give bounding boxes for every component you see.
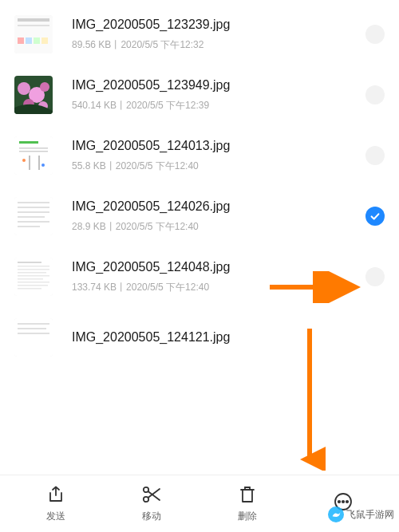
select-circle[interactable]	[365, 85, 385, 104]
svg-rect-29	[18, 262, 41, 263]
file-info: IMG_20200505_124013.jpg 55.8 KB丨2020/5/5…	[72, 139, 356, 173]
svg-rect-24	[18, 211, 49, 213]
svg-rect-40	[18, 328, 46, 329]
svg-point-8	[18, 82, 30, 95]
svg-rect-16	[19, 151, 48, 152]
svg-point-20	[41, 164, 45, 167]
svg-point-10	[40, 82, 49, 92]
file-info: IMG_20200505_124026.jpg 28.9 KB丨2020/5/5…	[72, 199, 356, 234]
svg-rect-41	[18, 333, 49, 334]
svg-rect-34	[18, 278, 43, 280]
svg-rect-26	[18, 221, 49, 223]
file-thumbnail	[14, 318, 53, 357]
file-name: IMG_20200505_124121.jpg	[72, 330, 385, 345]
check-icon	[369, 211, 381, 222]
select-circle[interactable]	[365, 267, 385, 286]
file-name: IMG_20200505_123239.jpg	[72, 18, 356, 32]
select-circle-checked[interactable]	[365, 207, 385, 226]
file-item[interactable]: IMG_20200505_124026.jpg 28.9 KB丨2020/5/5…	[0, 186, 399, 246]
file-meta: 133.74 KB丨2020/5/5 下午12:40	[72, 281, 356, 294]
svg-rect-14	[19, 141, 38, 144]
file-name: IMG_20200505_124026.jpg	[72, 199, 356, 214]
svg-rect-15	[19, 148, 48, 149]
svg-rect-2	[18, 25, 49, 26]
file-info: IMG_20200505_124121.jpg	[72, 330, 385, 345]
select-circle[interactable]	[365, 146, 385, 165]
svg-point-50	[342, 500, 344, 502]
svg-point-19	[22, 159, 26, 162]
svg-rect-31	[18, 269, 49, 270]
file-meta: 89.56 KB丨2020/5/5 下午12:32	[72, 38, 356, 52]
file-item[interactable]: IMG_20200505_124121.jpg	[0, 307, 399, 357]
move-label: 移动	[142, 510, 161, 523]
svg-rect-35	[18, 282, 49, 283]
file-item[interactable]: IMG_20200505_123239.jpg 89.56 KB丨2020/5/…	[0, 4, 399, 65]
file-thumbnail	[14, 15, 53, 53]
send-button[interactable]: 发送	[28, 484, 84, 523]
svg-rect-18	[38, 156, 40, 170]
file-info: IMG_20200505_124048.jpg 133.74 KB丨2020/5…	[72, 260, 356, 294]
file-list: IMG_20200505_123239.jpg 89.56 KB丨2020/5/…	[0, 0, 399, 357]
file-meta: 28.9 KB丨2020/5/5 下午12:40	[72, 220, 356, 234]
file-item[interactable]: IMG_20200505_123949.jpg 540.14 KB丨2020/5…	[0, 65, 399, 125]
svg-rect-25	[18, 216, 45, 218]
svg-rect-28	[14, 258, 53, 296]
file-item[interactable]: IMG_20200505_124048.jpg 133.74 KB丨2020/5…	[0, 246, 399, 307]
select-circle[interactable]	[365, 25, 385, 44]
delete-button[interactable]: 删除	[219, 484, 275, 523]
file-thumbnail	[14, 258, 53, 296]
watermark-text: 飞鼠手游网	[346, 508, 394, 522]
trash-icon	[237, 484, 258, 505]
svg-rect-32	[18, 272, 46, 274]
file-meta: 55.8 KB丨2020/5/5 下午12:40	[72, 160, 356, 173]
file-name: IMG_20200505_123949.jpg	[72, 78, 356, 93]
svg-rect-6	[41, 37, 48, 44]
watermark-logo	[328, 506, 344, 522]
bottom-action-bar: 发送 移动 删除	[0, 475, 399, 532]
svg-rect-37	[18, 288, 41, 290]
file-item[interactable]: IMG_20200505_124013.jpg 55.8 KB丨2020/5/5…	[0, 125, 399, 186]
svg-rect-33	[18, 275, 49, 277]
svg-rect-23	[18, 207, 49, 208]
file-name: IMG_20200505_124013.jpg	[72, 139, 356, 153]
delete-label: 删除	[238, 510, 257, 523]
svg-rect-4	[26, 37, 32, 44]
svg-rect-3	[18, 37, 24, 44]
scissors-icon	[141, 484, 162, 505]
file-thumbnail	[14, 136, 53, 175]
svg-rect-39	[18, 323, 49, 325]
svg-rect-30	[18, 266, 49, 267]
file-thumbnail	[14, 76, 53, 114]
svg-rect-5	[34, 37, 40, 44]
svg-rect-1	[18, 18, 49, 22]
svg-rect-27	[18, 226, 40, 227]
svg-point-51	[346, 500, 348, 502]
file-name: IMG_20200505_124048.jpg	[72, 260, 356, 274]
share-icon	[45, 484, 66, 505]
svg-rect-17	[29, 156, 30, 170]
svg-rect-36	[18, 285, 48, 286]
file-meta: 540.14 KB丨2020/5/5 下午12:39	[72, 99, 356, 112]
move-button[interactable]: 移动	[124, 484, 180, 523]
file-thumbnail	[14, 197, 53, 235]
file-info: IMG_20200505_123949.jpg 540.14 KB丨2020/5…	[72, 78, 356, 112]
file-info: IMG_20200505_123239.jpg 89.56 KB丨2020/5/…	[72, 18, 356, 52]
send-label: 发送	[46, 510, 65, 523]
svg-rect-22	[18, 202, 49, 203]
watermark: 飞鼠手游网	[328, 506, 394, 522]
svg-point-49	[338, 500, 340, 502]
